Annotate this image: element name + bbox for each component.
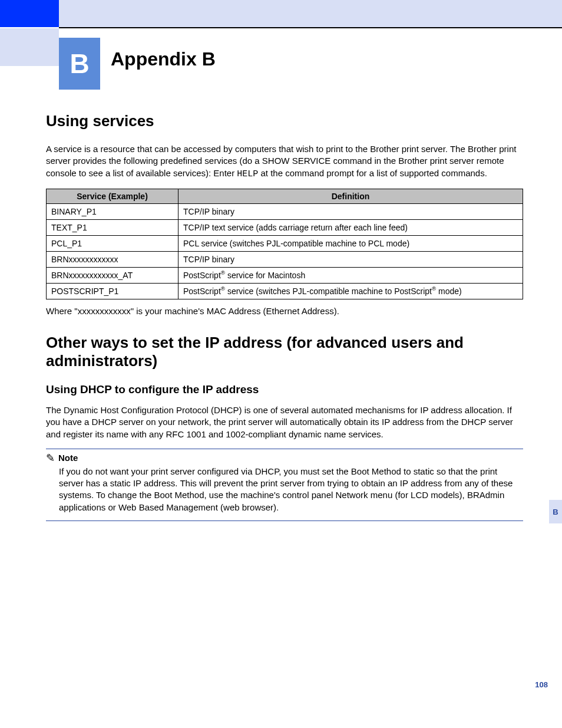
cell-definition: PostScript® service (switches PJL-compat…	[178, 283, 523, 299]
section-heading-using-services: Using services	[46, 112, 523, 130]
section-heading-other-ways: Other ways to set the IP address (for ad…	[46, 334, 523, 370]
note-rule-top	[46, 449, 523, 449]
table-row: BRNxxxxxxxxxxxx TCP/IP binary	[47, 251, 523, 267]
subsection-heading-dhcp: Using DHCP to configure the IP address	[46, 383, 523, 396]
cell-definition: PostScript® service for Macintosh	[178, 267, 523, 283]
page-content: Using services A service is a resource t…	[46, 112, 523, 523]
cell-definition: TCP/IP binary	[178, 251, 523, 267]
cell-service: BINARY_P1	[47, 203, 178, 219]
cell-service: TEXT_P1	[47, 219, 178, 235]
cell-service: POSTSCRIPT_P1	[47, 283, 178, 299]
side-tab: B	[549, 500, 562, 523]
cell-service: BRNxxxxxxxxxxxx_AT	[47, 267, 178, 283]
note-body: If you do not want your print server con…	[46, 466, 523, 518]
left-accent-stripe	[0, 28, 59, 66]
table-header-service: Service (Example)	[47, 189, 178, 203]
table-row: TEXT_P1 TCP/IP text service (adds carria…	[47, 219, 523, 235]
chapter-title: Appendix B	[100, 38, 216, 90]
cell-definition: TCP/IP text service (adds carriage retur…	[178, 219, 523, 235]
note-icon: ✎	[46, 452, 55, 465]
dhcp-paragraph: The Dynamic Host Configuration Protocol …	[46, 404, 523, 440]
cell-service: BRNxxxxxxxxxxxx	[47, 251, 178, 267]
table-row: POSTSCRIPT_P1 PostScript® service (switc…	[47, 283, 523, 299]
intro-paragraph: A service is a resource that can be acce…	[46, 143, 523, 180]
table-row: BINARY_P1 TCP/IP binary	[47, 203, 523, 219]
note-header: ✎ Note	[46, 452, 523, 466]
intro-code: HELP	[237, 169, 258, 179]
table-header-row: Service (Example) Definition	[47, 189, 523, 203]
chapter-letter-box: B	[59, 38, 100, 90]
header-divider	[59, 27, 562, 28]
table-footnote: Where "xxxxxxxxxxxx" is your machine's M…	[46, 305, 523, 317]
chapter-header: B Appendix B	[59, 38, 216, 90]
table-row: PCL_P1 PCL service (switches PJL-compati…	[47, 235, 523, 251]
table-header-definition: Definition	[178, 189, 523, 203]
top-accent-light	[59, 0, 562, 27]
note-label: Note	[58, 453, 78, 463]
note-rule-bottom	[46, 521, 523, 521]
services-table: Service (Example) Definition BINARY_P1 T…	[46, 189, 523, 299]
page-number: 108	[535, 680, 548, 689]
table-row: BRNxxxxxxxxxxxx_AT PostScript® service f…	[47, 267, 523, 283]
note-block: ✎ Note If you do not want your print ser…	[46, 449, 523, 521]
cell-definition: PCL service (switches PJL-compatible mac…	[178, 235, 523, 251]
intro-text-after: at the command prompt for a list of supp…	[258, 168, 487, 178]
top-banner	[0, 0, 562, 27]
cell-definition: TCP/IP binary	[178, 203, 523, 219]
cell-service: PCL_P1	[47, 235, 178, 251]
top-accent-dark	[0, 0, 59, 27]
